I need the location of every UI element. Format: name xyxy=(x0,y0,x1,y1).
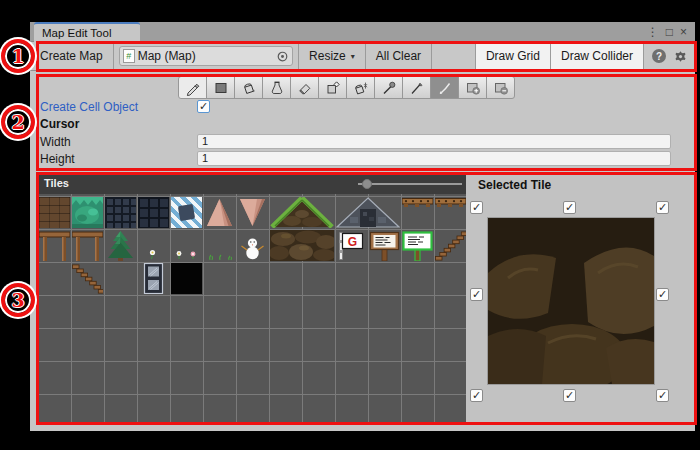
slider-knob[interactable] xyxy=(362,179,372,189)
dropdown-arrow-icon: ▾ xyxy=(351,52,355,61)
tile-anchor-checkbox-2[interactable]: ✓ xyxy=(563,201,576,214)
pen-tool-button[interactable] xyxy=(402,76,431,99)
brush-tool-button[interactable] xyxy=(430,76,459,99)
tab-title: Map Edit Tool xyxy=(42,27,111,39)
stamp-icon xyxy=(325,80,341,96)
screenshot-stage: Map Edit Tool ⋮ □ × Create Map # Map (Ma… xyxy=(0,0,700,450)
tool-button-row xyxy=(178,76,515,99)
height-input[interactable]: 1 xyxy=(197,151,671,166)
tile-stone-dark-a[interactable] xyxy=(105,197,136,228)
tile-palette-grid[interactable]: G xyxy=(38,194,466,424)
width-label: Width xyxy=(40,135,71,149)
help-icon[interactable]: ? xyxy=(652,49,666,63)
create-map-button[interactable]: Create Map xyxy=(30,42,114,70)
create-cell-object-checkbox[interactable]: ✓ xyxy=(197,100,210,113)
tile-post-table[interactable] xyxy=(39,230,70,261)
window-chrome: ⋮ □ × xyxy=(647,22,687,42)
annotation-label-2: 2 xyxy=(11,111,24,133)
slider-track[interactable] xyxy=(358,183,462,185)
resize-label: Resize xyxy=(309,49,346,63)
all-clear-button[interactable]: All Clear xyxy=(366,42,432,70)
tile-fence-rail[interactable] xyxy=(402,197,433,228)
draw-grid-toggle[interactable]: Draw Grid xyxy=(476,42,551,70)
tile-dirt-mound[interactable] xyxy=(270,230,334,261)
height-label: Height xyxy=(40,152,75,166)
window-maximize-icon[interactable]: □ xyxy=(666,26,673,38)
add-layer-tool-button[interactable] xyxy=(458,76,487,99)
add-layer-icon xyxy=(465,80,481,96)
map-edit-tool-window: Map Edit Tool ⋮ □ × Create Map # Map (Ma… xyxy=(30,22,695,431)
flask-tool-button[interactable] xyxy=(262,76,291,99)
tile-pine-tree[interactable] xyxy=(105,230,136,261)
tile-door[interactable] xyxy=(138,263,169,294)
tile-fence-rail-2[interactable] xyxy=(435,197,466,228)
gear-icon[interactable] xyxy=(674,50,687,63)
tile-roof-gray[interactable] xyxy=(336,197,400,228)
tile-anchor-checkbox-3[interactable]: ✓ xyxy=(656,201,669,214)
paint-bucket-tool-button[interactable] xyxy=(234,76,263,99)
eraser-tool-button[interactable] xyxy=(290,76,319,99)
tile-bush[interactable] xyxy=(72,197,103,228)
pencil-icon xyxy=(185,80,201,96)
eyedropper-tool-button[interactable] xyxy=(374,76,403,99)
remove-layer-icon xyxy=(493,80,509,96)
pen-icon xyxy=(409,80,425,96)
paint-bucket-icon xyxy=(241,80,257,96)
annotation-label-3: 3 xyxy=(11,289,24,311)
cursor-section-label: Cursor xyxy=(40,117,79,131)
tile-anchor-checkbox-5[interactable]: ✓ xyxy=(656,288,669,301)
tile-anchor-checkbox-1[interactable]: ✓ xyxy=(470,201,483,214)
tile-anchor-checkbox-7[interactable]: ✓ xyxy=(563,389,576,402)
tile-flag-g[interactable]: G xyxy=(336,230,367,261)
tile-flower-white[interactable] xyxy=(138,230,169,261)
tool-settings-section: Create Cell Object ✓ Cursor Width 1 Heig… xyxy=(30,71,695,170)
annotation-marker-3: 3 xyxy=(1,283,35,317)
remove-layer-tool-button[interactable] xyxy=(486,76,515,99)
brush-icon xyxy=(437,80,453,96)
spray-bucket-tool-button[interactable] xyxy=(346,76,375,99)
width-input[interactable]: 1 xyxy=(197,134,671,149)
resize-dropdown[interactable]: Resize ▾ xyxy=(299,42,366,70)
tile-brick-wall[interactable] xyxy=(39,197,70,228)
rectangle-tool-button[interactable] xyxy=(206,76,235,99)
tile-anchor-checkbox-4[interactable]: ✓ xyxy=(470,288,483,301)
annotation-marker-2: 2 xyxy=(1,105,35,139)
tile-stone-dark-b[interactable] xyxy=(138,197,169,228)
tab-map-edit-tool[interactable]: Map Edit Tool xyxy=(34,22,140,42)
selected-tile-preview xyxy=(488,218,654,384)
tile-sign-green[interactable] xyxy=(402,230,433,261)
selected-tile-panel: Selected Tile ✓✓✓✓✓✓✓✓ xyxy=(466,172,695,424)
tile-stairs-down[interactable] xyxy=(72,263,103,294)
stamp-tool-button[interactable] xyxy=(318,76,347,99)
tile-cone-down[interactable] xyxy=(237,197,268,228)
window-menu-icon[interactable]: ⋮ xyxy=(647,26,659,38)
tiles-header: Tiles xyxy=(38,174,466,194)
window-close-icon[interactable]: × xyxy=(680,26,687,38)
tile-zoom-slider[interactable] xyxy=(356,174,462,194)
rectangle-icon xyxy=(213,80,229,96)
annotation-marker-1: 1 xyxy=(1,39,35,73)
tile-sign-wood[interactable] xyxy=(369,230,400,261)
tile-cone-up[interactable] xyxy=(204,197,235,228)
tile-flowers-pair[interactable] xyxy=(171,230,202,261)
map-object-value: Map (Map) xyxy=(138,49,196,63)
tile-stairs-up[interactable] xyxy=(435,230,466,261)
eyedropper-icon xyxy=(381,80,397,96)
tile-anchor-checkbox-6[interactable]: ✓ xyxy=(470,389,483,402)
tile-roof-green[interactable] xyxy=(270,197,334,228)
selected-tile-title: Selected Tile xyxy=(478,178,551,192)
draw-collider-toggle[interactable]: Draw Collider xyxy=(551,42,644,70)
toolbar-spacer xyxy=(432,42,476,70)
eraser-icon xyxy=(297,80,313,96)
tile-snowman[interactable] xyxy=(237,230,268,261)
main-toolbar: Create Map # Map (Map) Resize ▾ All Clea… xyxy=(30,42,695,71)
object-picker-icon[interactable] xyxy=(276,50,289,63)
pencil-tool-button[interactable] xyxy=(178,76,207,99)
tile-black-block[interactable] xyxy=(171,263,202,294)
tile-post-table-2[interactable] xyxy=(72,230,103,261)
tile-anchor-checkbox-8[interactable]: ✓ xyxy=(656,389,669,402)
map-object-field[interactable]: # Map (Map) xyxy=(114,42,299,70)
tile-grass-tufts[interactable] xyxy=(204,230,235,261)
svg-text:G: G xyxy=(348,235,357,249)
tile-striped-block[interactable] xyxy=(171,197,202,228)
